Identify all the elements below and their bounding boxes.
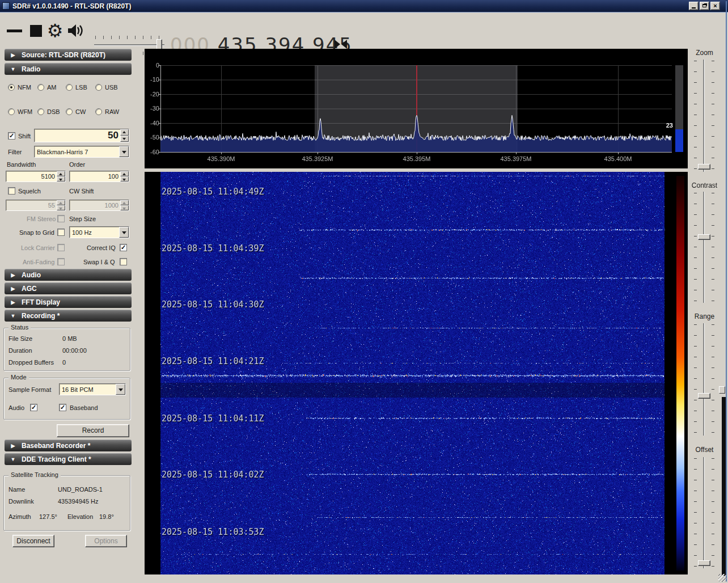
zoom-slider-thumb[interactable] <box>698 164 710 170</box>
satellite-tracking-title: Satellite Tracking <box>9 471 61 478</box>
agc-panel-header[interactable]: ▶ AGC <box>5 282 132 294</box>
agc-panel-label: AGC <box>22 285 37 293</box>
filter-dropdown[interactable]: Blackman-Harris 7 <box>34 146 129 158</box>
slider-ticks <box>712 324 714 434</box>
swap-iq-checkbox[interactable] <box>120 258 127 265</box>
mode-radio-am[interactable]: AM <box>37 84 57 91</box>
settings-button[interactable]: ⚙ <box>45 19 65 42</box>
edge-scrollbar-track <box>722 397 726 576</box>
spectrum-canvas[interactable] <box>145 49 688 168</box>
dropdown-arrow-icon[interactable] <box>119 146 129 157</box>
shift-checkbox[interactable]: ✓ <box>8 132 15 140</box>
contrast-slider[interactable] <box>694 192 714 303</box>
order-spinner[interactable] <box>120 171 129 181</box>
shift-input[interactable]: 50 <box>34 129 129 142</box>
step-size-dropdown[interactable]: 100 Hz <box>69 226 129 238</box>
dde-tracking-panel-header[interactable]: ▼ DDE Tracking Client * <box>5 453 132 465</box>
duration-label: Duration <box>9 347 32 354</box>
waterfall-timestamp: 2025-08-15 11:04:21Z <box>162 356 264 366</box>
waterfall-display[interactable]: 2025-08-15 11:04:49Z 2025-08-15 11:04:39… <box>145 172 688 574</box>
record-button[interactable]: Record <box>57 424 129 437</box>
lock-carrier-label: Lock Carrier <box>21 244 55 251</box>
stop-button[interactable] <box>26 19 45 42</box>
lock-carrier-checkbox <box>57 244 65 251</box>
cw-shift-spinner <box>120 200 129 210</box>
shift-label: Shift <box>18 133 31 140</box>
bandwidth-label: Bandwidth <box>7 161 36 168</box>
mode-radio-cw[interactable]: CW <box>66 108 86 115</box>
bandwidth-value: 5100 <box>6 173 57 180</box>
spectrum-display[interactable]: 0 -10 -20 -30 -40 -50 -60 435.390M 435.3… <box>145 49 688 168</box>
order-input[interactable]: 100 <box>69 171 129 182</box>
offset-slider-thumb[interactable] <box>698 560 710 566</box>
resize-grip[interactable] <box>718 574 726 582</box>
radio-icon <box>37 108 44 115</box>
mode-radio-lsb[interactable]: LSB <box>66 84 87 91</box>
mode-radio-dsb[interactable]: DSB <box>37 108 60 115</box>
disconnect-button-label: Disconnect <box>16 537 50 545</box>
status-title: Status <box>9 324 31 331</box>
source-panel-label: Source: RTL-SDR (R820T) <box>22 51 105 59</box>
mode-label: DSB <box>47 108 60 115</box>
fft-display-panel-header[interactable]: ▶ FFT Display <box>5 296 132 308</box>
sample-format-label: Sample Format <box>9 386 51 393</box>
slider-ticks <box>694 61 697 171</box>
slider-ticks <box>694 324 697 434</box>
baseband-record-checkbox[interactable]: ✓ <box>59 404 66 411</box>
menu-button[interactable] <box>5 19 24 42</box>
file-size-label: File Size <box>9 335 32 342</box>
restore-button[interactable] <box>700 2 709 10</box>
dropdown-arrow-icon[interactable] <box>119 227 129 238</box>
range-slider-thumb[interactable] <box>698 393 710 399</box>
close-button[interactable]: × <box>710 2 720 10</box>
slider-track <box>703 192 705 303</box>
chevron-right-icon: ▶ <box>5 286 22 292</box>
disconnect-button[interactable]: Disconnect <box>12 535 54 547</box>
mode-radio-nfm[interactable]: NFM <box>8 84 31 91</box>
downlink-value: 435394945 Hz <box>58 498 99 505</box>
recording-panel-header[interactable]: ▼ Recording * <box>5 310 132 322</box>
title-bar[interactable]: SDR# v1.0.0.1490 - RTL-SDR (R820T) × <box>0 0 728 12</box>
audio-panel-header[interactable]: ▶ Audio <box>5 269 132 281</box>
slider-ticks <box>712 458 714 567</box>
audio-record-checkbox[interactable]: ✓ <box>30 404 37 411</box>
db-axis-label: -50 <box>145 134 159 141</box>
minimize-button[interactable] <box>689 2 699 10</box>
mode-radio-usb[interactable]: USB <box>95 84 118 91</box>
azimuth-value: 127.5° <box>39 513 57 520</box>
snap-to-grid-checkbox[interactable] <box>57 229 65 236</box>
correct-iq-checkbox[interactable]: ✓ <box>120 244 127 251</box>
shift-spinner[interactable] <box>120 129 129 142</box>
radio-panel-header[interactable]: ▼ Radio <box>5 63 132 75</box>
fm-stereo-label: FM Stereo <box>27 216 56 222</box>
hamburger-icon <box>7 29 22 32</box>
zoom-slider[interactable] <box>694 60 714 172</box>
squelch-checkbox[interactable] <box>8 187 15 195</box>
range-slider[interactable] <box>694 323 714 436</box>
speaker-icon <box>67 23 84 38</box>
bandwidth-spinner[interactable] <box>57 171 65 181</box>
audio-panel-label: Audio <box>22 271 41 279</box>
baseband-recorder-panel-header[interactable]: ▶ Baseband Recorder * <box>5 440 132 451</box>
bandwidth-input[interactable]: 5100 <box>6 171 66 182</box>
offset-slider[interactable] <box>694 457 714 568</box>
sample-format-dropdown[interactable]: 16 Bit PCM <box>59 383 126 395</box>
mute-button[interactable] <box>66 19 85 42</box>
dropdown-arrow-icon[interactable] <box>116 384 125 395</box>
file-size-value: 0 MB <box>62 335 77 342</box>
filter-value: Blackman-Harris 7 <box>35 149 119 155</box>
contrast-slider-label: Contrast <box>688 181 721 189</box>
freq-axis-label: 435.395M <box>394 155 439 162</box>
snr-meter <box>675 65 683 152</box>
mode-radio-wfm[interactable]: WFM <box>8 108 32 115</box>
window-right-border <box>726 1 727 582</box>
waterfall-canvas[interactable] <box>145 172 688 574</box>
anti-fading-label: Anti-Fading <box>23 259 54 265</box>
contrast-slider-thumb[interactable] <box>698 234 710 240</box>
mode-label: WFM <box>18 108 32 115</box>
source-panel-header[interactable]: ▶ Source: RTL-SDR (R820T) <box>5 49 132 61</box>
mode-label: USB <box>105 84 118 91</box>
mode-radio-raw[interactable]: RAW <box>95 108 119 115</box>
edge-scrollbar-thumb[interactable] <box>719 386 725 394</box>
slider-ticks <box>712 193 714 302</box>
